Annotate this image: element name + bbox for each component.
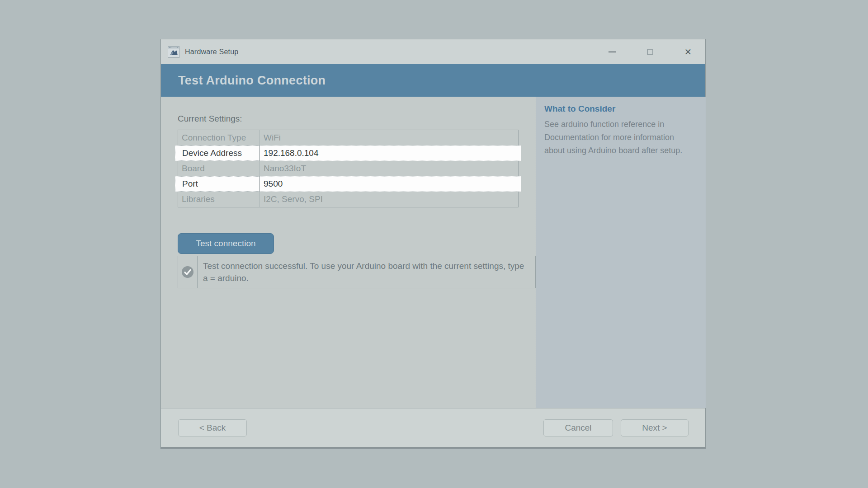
window-titlebar[interactable]: Hardware Setup ✕ — [161, 39, 705, 64]
main-content: Current Settings: Connection Type WiFi D… — [161, 97, 536, 408]
sidebar-body-text: See arduino function reference in Docume… — [544, 118, 689, 157]
status-icon-cell — [178, 256, 198, 288]
libraries-value: I2C, Servo, SPI — [259, 192, 518, 207]
status-message: Test connection successful. To use your … — [198, 256, 535, 288]
matlab-icon — [168, 46, 179, 58]
check-circle-icon — [181, 266, 194, 278]
table-row-port: Port 9500 — [175, 176, 521, 192]
row-label: Board — [178, 161, 259, 176]
minimize-icon[interactable] — [608, 47, 617, 56]
wizard-step-header: Test Arduino Connection — [161, 64, 705, 97]
window-title: Hardware Setup — [185, 48, 238, 56]
status-message-box: Test connection successful. To use your … — [178, 256, 536, 288]
settings-table: Connection Type WiFi Device Address 192.… — [178, 130, 519, 207]
close-icon[interactable]: ✕ — [684, 47, 693, 56]
next-button[interactable]: Next > — [621, 419, 689, 436]
board-value: Nano33IoT — [259, 161, 518, 176]
table-row-connection-type: Connection Type WiFi — [178, 130, 518, 145]
table-row-board: Board Nano33IoT — [178, 161, 518, 176]
hardware-setup-window: Hardware Setup ✕ Test Arduino Connection… — [160, 39, 706, 447]
maximize-icon[interactable] — [646, 47, 655, 56]
row-label: Port — [175, 176, 259, 192]
row-label: Device Address — [175, 145, 259, 161]
sidebar-heading: What to Consider — [544, 104, 693, 114]
table-row-device-address: Device Address 192.168.0.104 — [175, 145, 521, 161]
port-input[interactable]: 9500 — [259, 176, 521, 192]
connection-type-value: WiFi — [259, 130, 518, 145]
cancel-button[interactable]: Cancel — [543, 419, 613, 436]
window-controls: ✕ — [608, 47, 693, 56]
back-button[interactable]: < Back — [178, 419, 247, 436]
row-label: Libraries — [178, 192, 259, 207]
what-to-consider-panel: What to Consider See arduino function re… — [536, 97, 706, 408]
row-label: Connection Type — [178, 130, 259, 145]
wizard-footer: < Back Cancel Next > — [161, 408, 705, 447]
device-address-input[interactable]: 192.168.0.104 — [259, 145, 521, 161]
test-connection-button[interactable]: Test connection — [178, 233, 274, 254]
page-title: Test Arduino Connection — [178, 74, 326, 88]
current-settings-label: Current Settings: — [178, 114, 536, 124]
table-row-libraries: Libraries I2C, Servo, SPI — [178, 192, 518, 207]
